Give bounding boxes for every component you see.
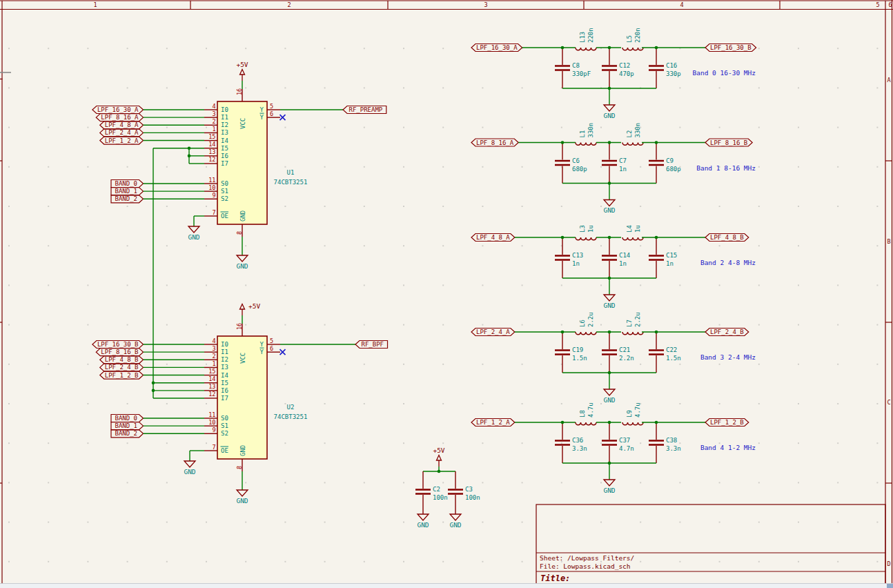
band-annotation: Band 3 2-4 MHz [700,353,756,361]
pin-name: S1 [221,422,228,429]
title-label-text: Title: [540,574,570,583]
cap-ref: C16 [666,62,677,69]
band-annotation: Band 1 8-16 MHz [696,164,756,172]
scrollbar-corner[interactable] [887,584,893,588]
ic-reference: U2 [287,404,295,411]
cap-ref: C19 [572,346,583,353]
pin-name: Y [260,106,264,113]
pin-name: I4 [221,372,228,379]
pin-name: OE [221,213,228,219]
label-text: LPF_1_2_A [105,137,139,144]
global-label-lpf_2_4_b[interactable]: LPF_2_4_B [100,364,144,371]
pin-name: I1 [221,349,228,355]
global-label-lpf_8_16_b[interactable]: LPF_8_16_B [705,139,752,146]
junction-dot [561,331,565,334]
pin-name: VCC [239,118,246,129]
pin-name: VCC [239,353,246,364]
cap-ref: C36 [572,437,583,444]
pin-name: I2 [221,121,228,128]
pin-name: I7 [221,160,228,167]
pin-name: I7 [221,395,228,402]
schematic-canvas[interactable]: 123456ABCD U174CBT325116+5VVCC8GNDGND4I0… [0,0,893,588]
global-label-rf_preamp[interactable]: RF_PREAMP [343,106,386,114]
horizontal-scrollbar[interactable] [0,584,893,588]
pin-name: I1 [221,114,228,121]
global-label-lpf_16_30_b[interactable]: LPF_16_30_B [705,44,756,52]
inductor-ref: L6 [579,320,586,327]
pin-number: 1 [212,360,215,367]
border-row-label: C [887,399,890,406]
pin-number: 7 [212,209,215,216]
gnd-label: GND [449,521,461,529]
pin-number: 5 [270,103,273,110]
cap-ref: C37 [619,437,630,444]
pin-name: OE [221,447,228,454]
pin-number: 10 [208,184,215,191]
label-text: BAND_0 [115,415,137,422]
global-label-lpf_1_2_b[interactable]: LPF_1_2_B [705,419,749,427]
junction-dot [608,421,611,424]
global-label-lpf_2_4_a[interactable]: LPF_2_4_A [100,129,144,137]
global-label-lpf_4_8_a[interactable]: LPF_4_8_A [471,234,515,242]
global-label-lpf_1_2_a[interactable]: LPF_1_2_A [471,419,515,427]
inductor-value: 2.2u [587,312,594,327]
cap-value: 100n [465,494,480,501]
pin-number: 4 [212,103,215,110]
pin-number: 9 [212,192,215,199]
cap-ref: C9 [666,157,674,164]
pin-number: 1 [212,126,215,133]
cap-value: 1.5n [572,355,587,362]
cap-ref: C15 [666,252,677,259]
pin-name: GND [239,445,246,456]
label-text: BAND_2 [115,430,137,437]
junction-dot [608,462,611,465]
global-label-lpf_1_2_a[interactable]: LPF_1_2_A [100,137,144,144]
label-text: LPF_2_4_B [105,364,139,371]
global-label-lpf_2_4_b[interactable]: LPF_2_4_B [705,329,749,336]
cap-value: 1.5n [666,355,681,362]
global-label-lpf_16_30_b[interactable]: LPF_16_30_B [92,341,144,349]
cap-value: 1n [572,260,580,267]
global-label-lpf_1_2_b[interactable]: LPF_1_2_B [100,371,144,379]
file-name-text: File: Lowpass.kicad_sch [540,562,631,570]
cap-ref: C13 [572,252,583,259]
scrollbar-track[interactable] [0,584,893,588]
cap-value: 1n [666,260,674,267]
border-column-label: 1 [93,1,97,8]
pin-number: 13 [208,148,215,155]
junction-dot [608,331,611,334]
global-label-lpf_16_30_a[interactable]: LPF_16_30_A [92,106,144,114]
label-text: LPF_4_8_A [476,234,510,241]
global-label-lpf_16_30_a[interactable]: LPF_16_30_A [471,44,522,52]
global-label-lpf_4_8_a[interactable]: LPF_4_8_A [100,121,144,129]
border-column-label: 2 [287,1,291,8]
pin-name: Y [260,114,264,121]
label-text: LPF_16_30_A [476,44,518,51]
global-label-lpf_8_16_b[interactable]: LPF_8_16_B [96,349,143,356]
label-text: LPF_8_16_B [710,139,747,146]
cap-ref: C7 [619,157,627,164]
pin-number: 9 [212,427,215,433]
cap-ref: C8 [572,62,580,69]
cap-value: 3.3n [666,445,681,452]
label-text: LPF_8_16_A [476,139,514,146]
pin-name: Y [260,341,264,348]
pin-name: I0 [221,106,228,113]
global-label-lpf_4_8_b[interactable]: LPF_4_8_B [100,356,144,364]
label-text: LPF_16_30_B [710,44,752,51]
pin-number: 11 [208,411,215,418]
junction-dot [608,87,611,90]
gnd-label: GND [184,468,195,476]
inductor-ref: L2 [626,130,633,138]
pin-number: 5 [270,337,273,344]
pin-number: 3 [212,345,215,352]
label-text: LPF_1_2_A [476,419,510,426]
global-label-lpf_2_4_a[interactable]: LPF_2_4_A [471,329,515,336]
global-label-lpf_8_16_a[interactable]: LPF_8_16_A [96,114,143,121]
global-label-lpf_8_16_a[interactable]: LPF_8_16_A [471,139,518,146]
global-label-lpf_4_8_b[interactable]: LPF_4_8_B [705,234,749,242]
pin-number: 15 [208,368,215,375]
ic-reference: U1 [287,169,295,176]
junction-dot [188,146,191,150]
junction-dot [561,141,565,144]
